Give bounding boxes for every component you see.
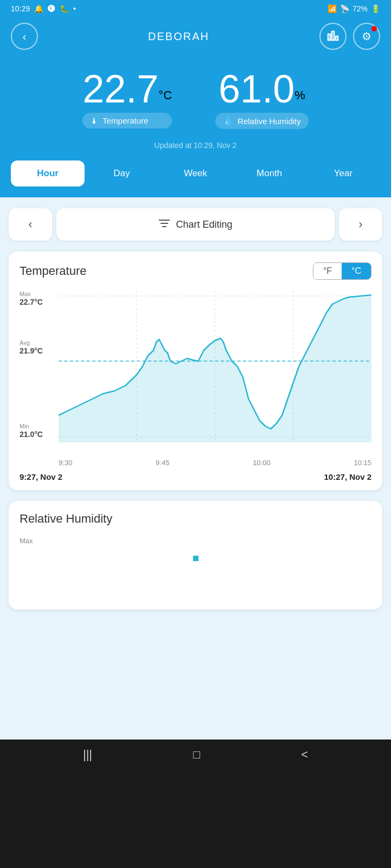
app-header: ‹ DEBORAH ⚙ — [0, 17, 391, 59]
humidity-icon: 💧 — [223, 116, 233, 126]
y-avg-label: Avg 21.9°C — [20, 339, 59, 356]
humidity-label: Relative Humidity — [238, 117, 301, 126]
status-left: 10:29 🔔 🅕 🐛 • — [11, 4, 76, 13]
chart-area: Max 22.7°C Avg 21.9°C Min 21.0°C — [20, 291, 371, 455]
settings-button[interactable]: ⚙ — [353, 23, 380, 50]
time-tabs: Hour Day Week Month Year — [0, 160, 391, 197]
humidity-metric: 61.0% 💧 Relative Humidity — [215, 69, 309, 129]
humidity-unit: % — [294, 88, 305, 102]
temperature-label: Temperature — [102, 116, 148, 125]
status-right: 📶 📡 72% 🔋 — [328, 4, 380, 13]
unit-celsius-button[interactable]: °C — [342, 263, 371, 279]
prev-icon: ‹ — [28, 217, 32, 232]
main-content: ‹ Chart Editing › Temperature °F °C — [0, 197, 391, 740]
chart-prev-button[interactable]: ‹ — [9, 208, 52, 241]
x-label-945: 9:45 — [156, 459, 169, 467]
y-min-label: Min 21.0°C — [20, 423, 59, 439]
tab-week[interactable]: Week — [158, 160, 232, 187]
x-label-1015: 10:15 — [354, 459, 371, 467]
bug-icon: 🐛 — [60, 4, 69, 13]
tab-year[interactable]: Year — [306, 160, 380, 187]
svg-rect-0 — [328, 34, 330, 40]
humidity-chart-header: Relative Humidity — [20, 512, 371, 526]
chart-editing-bar: ‹ Chart Editing › — [9, 208, 382, 241]
facebook-icon: 🅕 — [48, 4, 55, 13]
humidity-number: 61.0 — [219, 67, 294, 111]
chart-title: Temperature — [20, 264, 87, 278]
signal-icon: 📡 — [340, 4, 349, 13]
chart-editing-text: Chart Editing — [176, 219, 232, 230]
status-bar: 10:29 🔔 🅕 🐛 • 📶 📡 72% 🔋 — [0, 0, 391, 17]
y-axis: Max 22.7°C Avg 21.9°C Min 21.0°C — [20, 291, 59, 455]
wifi-icon: 📶 — [328, 4, 337, 13]
system-bar: ||| □ < — [0, 740, 391, 770]
battery-text: 72% — [352, 4, 368, 13]
home-icon[interactable]: □ — [193, 748, 200, 762]
y-max-label: Max 22.7°C — [20, 291, 59, 307]
recent-apps-icon[interactable]: ||| — [83, 748, 92, 762]
chart-icon — [326, 29, 339, 44]
bell-icon: 🔔 — [34, 4, 43, 13]
dot-icon: • — [73, 4, 76, 13]
chart-button[interactable] — [319, 23, 347, 50]
thermometer-icon: 🌡 — [90, 116, 98, 125]
humidity-chart-dot — [193, 556, 198, 561]
tab-hour[interactable]: Hour — [11, 160, 85, 187]
chart-editing-label[interactable]: Chart Editing — [56, 208, 335, 241]
end-date: 10:27, Nov 2 — [324, 472, 371, 481]
humidity-chart-title: Relative Humidity — [20, 512, 112, 526]
tab-day[interactable]: Day — [85, 160, 158, 187]
unit-fahrenheit-button[interactable]: °F — [313, 263, 342, 279]
svg-rect-1 — [332, 31, 334, 40]
temperature-value-display: 22.7°C — [82, 69, 172, 108]
battery-icon: 🔋 — [371, 4, 380, 13]
svg-rect-2 — [336, 36, 338, 40]
temperature-chart-card: Temperature °F °C Max 22.7°C Avg 21.9°C … — [9, 252, 382, 490]
x-label-930: 9:30 — [59, 459, 72, 467]
unit-toggle: °F °C — [313, 262, 371, 280]
metrics-section: 22.7°C 🌡 Temperature 61.0% 💧 Relative Hu… — [0, 59, 391, 134]
chart-next-button[interactable]: › — [339, 208, 382, 241]
status-time: 10:29 — [11, 4, 30, 13]
notification-dot — [371, 26, 377, 31]
temperature-unit: °C — [158, 88, 172, 102]
back-button[interactable]: ‹ — [11, 23, 38, 50]
humidity-value-display: 61.0% — [215, 69, 309, 108]
chart-card-header: Temperature °F °C — [20, 262, 371, 280]
tab-month[interactable]: Month — [233, 160, 306, 187]
filter-icon — [158, 218, 170, 231]
humidity-chart-card: Relative Humidity Max — [9, 501, 382, 609]
page-title: DEBORAH — [148, 30, 209, 43]
humidity-max-label: Max — [20, 537, 371, 545]
chart-graph — [59, 291, 371, 455]
temperature-label-row: 🌡 Temperature — [82, 113, 172, 128]
temperature-svg — [59, 291, 371, 453]
temperature-metric: 22.7°C 🌡 Temperature — [82, 69, 172, 128]
date-range: 9:27, Nov 2 10:27, Nov 2 — [20, 472, 371, 481]
x-axis: 9:30 9:45 10:00 10:15 — [59, 455, 371, 467]
back-icon: ‹ — [23, 30, 27, 43]
back-nav-icon[interactable]: < — [301, 748, 308, 762]
x-label-1000: 10:00 — [253, 459, 271, 467]
start-date: 9:27, Nov 2 — [20, 472, 62, 481]
updated-text: Updated at 10:29, Nov 2 — [0, 134, 391, 160]
humidity-label-row: 💧 Relative Humidity — [215, 113, 309, 129]
temperature-number: 22.7 — [82, 67, 158, 111]
next-icon: › — [358, 217, 362, 232]
settings-icon: ⚙ — [362, 30, 371, 43]
